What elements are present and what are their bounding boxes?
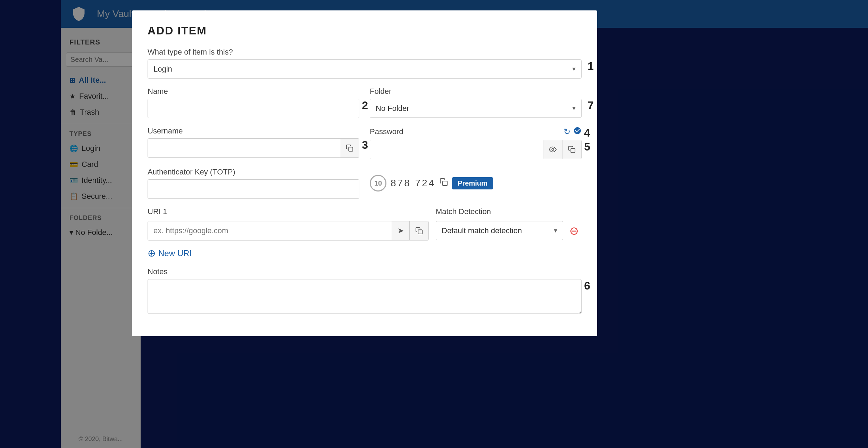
step-7-label: 7	[587, 99, 594, 112]
uri-copy-button[interactable]	[409, 221, 428, 240]
totp-code: 878 724	[391, 178, 435, 189]
match-detection-group: Default match detection Base Domain Host…	[436, 221, 582, 241]
plus-icon: ⊕	[148, 247, 156, 259]
username-input[interactable]	[148, 139, 340, 157]
item-type-select[interactable]: Login Card Identity Secure Note	[148, 59, 582, 79]
svg-rect-4	[418, 230, 422, 234]
notes-textarea[interactable]	[148, 279, 582, 314]
username-copy-button[interactable]	[340, 139, 359, 157]
step-4-label: 4	[584, 127, 590, 139]
uri-navigate-button[interactable]: ➤	[392, 221, 409, 240]
uri-input-group: ➤	[148, 221, 429, 241]
username-label: Username	[148, 127, 359, 136]
uri-label: URI 1	[148, 207, 429, 216]
name-label: Name	[148, 87, 359, 96]
match-detection-select-wrapper: Default match detection Base Domain Host…	[436, 221, 563, 241]
notes-section: Notes 6	[148, 267, 582, 315]
password-refresh-button[interactable]: ↻	[564, 127, 570, 137]
remove-uri-button[interactable]: ⊖	[567, 221, 582, 241]
password-label-row: Password ↻ 4	[370, 127, 582, 137]
totp-label: Authenticator Key (TOTP)	[148, 168, 359, 177]
uri-input[interactable]	[148, 221, 392, 240]
totp-timer-circle: 10	[370, 175, 386, 192]
step-6-label: 6	[584, 279, 590, 292]
add-item-modal: ADD ITEM What type of item is this? Logi…	[132, 10, 597, 336]
totp-copy-button[interactable]	[440, 178, 448, 188]
password-label: Password	[370, 127, 403, 136]
password-input[interactable]	[370, 140, 543, 159]
premium-badge: Premium	[452, 177, 493, 189]
new-uri-label: New URI	[158, 249, 192, 258]
uri-section: URI 1 Match Detection ➤	[148, 207, 582, 241]
svg-rect-0	[349, 147, 353, 151]
folder-select[interactable]: No Folder	[370, 99, 582, 118]
modal-title: ADD ITEM	[148, 24, 582, 37]
password-actions: ↻	[564, 127, 582, 137]
new-uri-link[interactable]: ⊕ New URI	[148, 247, 582, 259]
folder-label: Folder	[370, 87, 582, 96]
name-input[interactable]	[148, 99, 359, 118]
password-check-button[interactable]	[573, 127, 582, 137]
step-2-label: 2	[362, 99, 368, 112]
username-input-group	[148, 138, 359, 158]
password-input-group	[370, 140, 582, 159]
step-1-label: 1	[587, 60, 594, 73]
password-visibility-button[interactable]	[543, 140, 562, 159]
notes-label: Notes	[148, 267, 582, 276]
uri-inputs-row: ➤ Default match detection Base Domain Ho…	[148, 221, 582, 241]
totp-input[interactable]	[148, 179, 359, 199]
step-5-label: 5	[584, 140, 590, 153]
svg-rect-2	[571, 148, 575, 153]
totp-display: 10 878 724 Premium	[370, 168, 582, 199]
svg-rect-3	[443, 181, 447, 186]
svg-point-1	[552, 148, 554, 150]
match-detection-label: Match Detection	[436, 207, 582, 216]
uri-labels-row: URI 1 Match Detection	[148, 207, 582, 219]
step-3-label: 3	[362, 139, 368, 152]
password-copy-button[interactable]	[562, 140, 581, 159]
match-detection-select[interactable]: Default match detection Base Domain Host…	[436, 221, 563, 240]
item-type-label: What type of item is this?	[148, 48, 582, 57]
